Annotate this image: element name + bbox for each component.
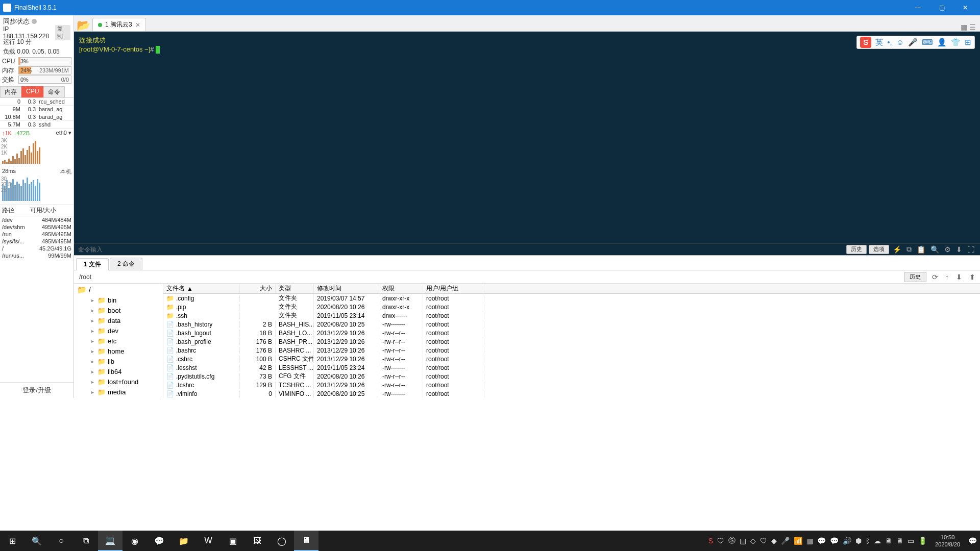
path-input[interactable]: /root	[77, 272, 900, 282]
expand-icon[interactable]: ▸	[89, 328, 95, 334]
sogou-icon[interactable]: S	[860, 37, 871, 48]
start-button[interactable]: ⊞	[0, 531, 24, 551]
col-user[interactable]: 用户/用户组	[423, 284, 484, 293]
gear-icon[interactable]: ⚙	[943, 245, 952, 254]
maximize-button[interactable]: ▢	[930, 0, 953, 15]
tab-cpu[interactable]: CPU	[21, 86, 43, 97]
expand-icon[interactable]: ▸	[89, 348, 95, 354]
taskbar-app[interactable]: ◉	[122, 531, 147, 551]
taskbar-app[interactable]: 💻	[98, 531, 122, 551]
tray-bluetooth-icon[interactable]: ᛒ	[866, 537, 870, 545]
disk-row[interactable]: /run495M/495M	[0, 231, 74, 238]
ime-user-icon[interactable]: 👤	[937, 38, 947, 47]
layout-split-icon[interactable]: ☰	[969, 23, 976, 31]
process-row[interactable]: 5.7M0.3sshd	[0, 121, 74, 129]
tray-icon[interactable]: ☁	[874, 537, 881, 545]
file-row[interactable]: 📄.tcshrc129 BTCSHRC ...2013/12/29 10:26-…	[163, 381, 980, 389]
tray-icon[interactable]: ▤	[740, 537, 746, 545]
expand-icon[interactable]: ▸	[89, 379, 95, 385]
ime-voice-icon[interactable]: 🎤	[908, 38, 918, 47]
taskbar-wechat[interactable]: 💬	[147, 531, 172, 551]
taskbar[interactable]: ⊞ 🔍 ○ ⧉ 💻 ◉ 💬 📁 W ▣ 🖼 ◯ 🖥 S 🛡 Ⓢ ▤ ◇ 🛡 ◆ …	[0, 531, 980, 551]
col-perm[interactable]: 权限	[379, 284, 423, 293]
disk-row[interactable]: /run/us...99M/99M	[0, 252, 74, 259]
ime-toolbox-icon[interactable]: ⊞	[965, 38, 971, 47]
tray-icon[interactable]: ▭	[908, 537, 914, 545]
tray-icon[interactable]: 🛡	[717, 537, 724, 545]
expand-icon[interactable]: ▸	[89, 359, 95, 364]
close-tab-icon[interactable]: ✕	[135, 21, 140, 29]
ime-lang[interactable]: 英	[875, 38, 883, 47]
file-row[interactable]: 📁.config文件夹2019/03/07 14:57drwxr-xr-xroo…	[163, 294, 980, 303]
expand-icon[interactable]: ▸	[89, 338, 95, 344]
tree-item[interactable]: ▸📁boot	[74, 305, 163, 315]
expand-icon[interactable]: ▸	[89, 318, 95, 323]
upload-file-icon[interactable]: ⬆	[968, 273, 977, 281]
up-icon[interactable]: ↑	[944, 273, 950, 281]
file-row[interactable]: 📄.pydistutils.cfg73 BCFG 文件2020/08/20 10…	[163, 372, 980, 381]
clock[interactable]: 10:502020/8/20	[931, 534, 964, 548]
tray-volume-icon[interactable]: 🔊	[843, 537, 851, 545]
cortana-button[interactable]: ○	[49, 531, 74, 551]
tray-mic-icon[interactable]: 🎤	[781, 537, 790, 545]
tree-item[interactable]: ▸📁data	[74, 315, 163, 325]
col-size[interactable]: 大小	[240, 284, 276, 293]
file-list[interactable]: 文件名 ▲ 大小 类型 修改时间 权限 用户/用户组 📁.config文件夹20…	[163, 284, 980, 398]
taskbar-explorer[interactable]: 📁	[172, 531, 196, 551]
file-row[interactable]: 📄.bash_profile176 BBASH_PR...2013/12/29 …	[163, 337, 980, 346]
copy-icon[interactable]: ⧉	[905, 245, 913, 254]
tree-root[interactable]: 📁/	[74, 285, 163, 295]
process-row[interactable]: 00.3rcu_sched	[0, 98, 74, 106]
process-row[interactable]: 9M0.3barad_ag	[0, 106, 74, 113]
taskbar-word[interactable]: W	[196, 531, 220, 551]
tray-icon[interactable]: 🛡	[760, 537, 767, 545]
minimize-button[interactable]: —	[906, 0, 930, 15]
tray-battery-icon[interactable]: 🔋	[918, 537, 927, 545]
col-name[interactable]: 文件名 ▲	[163, 284, 240, 293]
expand-icon[interactable]: ▸	[89, 369, 95, 374]
tray-icon[interactable]: ◆	[771, 537, 777, 545]
tray-wifi-icon[interactable]: 📶	[794, 537, 802, 545]
refresh-icon[interactable]: ⟳	[930, 273, 940, 281]
tree-item[interactable]: ▸📁dev	[74, 325, 163, 336]
close-button[interactable]: ✕	[953, 0, 977, 15]
taskview-button[interactable]: ⧉	[74, 531, 98, 551]
folder-tree[interactable]: 📁/ ▸📁bin▸📁boot▸📁data▸📁dev▸📁etc▸📁home▸📁li…	[74, 284, 163, 398]
taskbar-app[interactable]: 🖼	[245, 531, 270, 551]
command-input[interactable]	[78, 246, 846, 253]
bolt-icon[interactable]: ⚡	[891, 245, 903, 254]
path-history-button[interactable]: 历史	[904, 272, 926, 282]
tray-icon[interactable]: 💬	[817, 537, 826, 545]
expand-icon[interactable]: ▸	[89, 297, 95, 303]
net-interface-drop[interactable]: eth0 ▾	[56, 130, 71, 136]
layout-grid-icon[interactable]: ▦	[961, 23, 967, 31]
file-row[interactable]: 📄.bash_history2 BBASH_HIS...2020/08/20 1…	[163, 320, 980, 329]
file-row[interactable]: 📄.lesshst42 BLESSHST ...2019/11/05 23:24…	[163, 363, 980, 372]
tab-files[interactable]: 1 文件	[76, 258, 109, 270]
history-button[interactable]: 历史	[846, 245, 867, 254]
ime-keyboard-icon[interactable]: ⌨	[922, 38, 933, 47]
col-mtime[interactable]: 修改时间	[314, 284, 379, 293]
ime-emoji-icon[interactable]: ☺	[896, 38, 904, 47]
expand-icon[interactable]: ▸	[89, 308, 95, 313]
disk-row[interactable]: /45.2G/49.1G	[0, 245, 74, 252]
search-icon[interactable]: 🔍	[929, 245, 941, 254]
tab-cmd[interactable]: 命令	[43, 86, 65, 97]
file-row[interactable]: 📁.ssh文件夹2019/11/05 23:14drwx------root/r…	[163, 311, 980, 320]
tray-icon[interactable]: ⬢	[855, 537, 862, 545]
taskbar-finalshell[interactable]: 🖥	[294, 531, 318, 551]
download-file-icon[interactable]: ⬇	[954, 273, 964, 281]
tray-icon[interactable]: 🖥	[885, 537, 892, 545]
tray-skype-icon[interactable]: Ⓢ	[728, 536, 736, 545]
paste-icon[interactable]: 📋	[915, 245, 927, 254]
process-row[interactable]: 10.8M0.3barad_ag	[0, 113, 74, 121]
tray-icon[interactable]: ◇	[750, 537, 756, 545]
col-type[interactable]: 类型	[276, 284, 314, 293]
login-link[interactable]: 登录/升级	[0, 382, 74, 398]
tab-mem[interactable]: 内存	[0, 86, 21, 97]
taskbar-chrome[interactable]: ◯	[270, 531, 294, 551]
tree-item[interactable]: ▸📁home	[74, 346, 163, 356]
options-button[interactable]: 选项	[869, 245, 889, 254]
terminal[interactable]: S 英 •, ☺ 🎤 ⌨ 👤 👕 ⊞ 连接成功 [root@VM-0-7-cen…	[74, 32, 980, 243]
session-tab[interactable]: 1 腾讯云3 ✕	[92, 18, 146, 31]
